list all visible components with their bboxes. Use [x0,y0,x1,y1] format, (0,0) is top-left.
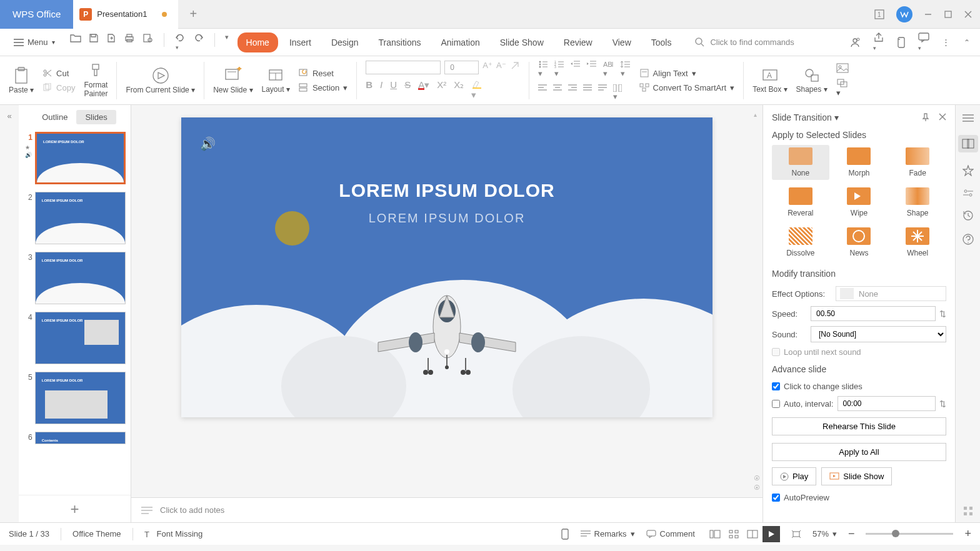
tab-tools[interactable]: Tools [642,32,681,52]
undo-icon[interactable]: ▾ [174,33,186,51]
tab-design[interactable]: Design [322,32,368,52]
zoom-slider[interactable] [866,533,953,535]
device-icon[interactable] [561,529,569,540]
tab-view[interactable]: View [604,32,640,52]
tab-slideshow[interactable]: Slide Show [491,32,552,52]
outline-tab[interactable]: Outline [33,110,76,124]
rail-history-icon[interactable] [962,210,974,221]
prev-slide-icon[interactable]: ⦿ [754,475,760,482]
increase-indent-icon[interactable] [587,60,597,78]
bold-icon[interactable]: B [366,79,372,101]
notes-input[interactable]: Click to add notes [131,497,762,522]
save-icon[interactable] [89,33,99,51]
print-icon[interactable] [124,33,135,51]
transition-dissolve[interactable]: Dissolve [772,225,829,260]
phone-icon[interactable] [897,37,906,48]
normal-view-button[interactable] [706,526,724,542]
slide-thumbnail-1[interactable]: LOREM IPSUM DOLOR [35,132,126,184]
theme-label[interactable]: Office Theme [72,529,121,539]
tab-animation[interactable]: Animation [432,32,488,52]
feedback-icon[interactable]: ▾ [918,32,929,52]
distribute-icon[interactable] [598,84,607,101]
columns-icon[interactable]: ▾ [613,84,622,101]
text-box-button[interactable]: A Text Box ▾ [752,67,787,94]
scroll-up-icon[interactable]: ▴ [754,111,760,118]
superscript-icon[interactable]: X² [437,79,446,101]
play-transition-button[interactable]: Play [772,467,816,485]
menu-button[interactable]: Menu ▾ [8,34,61,51]
grow-font-icon[interactable]: A⁺ [482,61,492,74]
section-button[interactable]: Section ▾ [299,83,348,92]
shrink-font-icon[interactable]: A⁻ [496,61,506,74]
open-icon[interactable] [70,33,81,51]
zoom-in-button[interactable]: + [964,527,971,540]
qat-customize-icon[interactable]: ▾ [225,33,229,51]
subscript-icon[interactable]: X₂ [454,79,464,101]
print-preview-icon[interactable] [142,33,154,51]
new-slide-button[interactable]: ✦ New Slide ▾ [213,67,252,94]
rail-help-icon[interactable] [962,234,974,245]
font-color-icon[interactable]: A▾ [418,79,429,101]
picture-icon[interactable] [836,63,849,73]
slide-thumbnail-5[interactable]: LOREM IPSUM DOLOR [35,372,126,424]
collapse-panel-icon[interactable]: « [0,105,19,522]
transition-pane-title[interactable]: Slide Transition ▾ [772,112,839,122]
slide-counter[interactable]: Slide 1 / 33 [9,529,49,539]
slideshow-button[interactable]: Slide Show [821,467,892,485]
rail-transition-icon[interactable] [958,135,978,152]
speaker-icon[interactable]: 🔊 [200,136,216,151]
close-pane-icon[interactable] [939,113,946,122]
user-icon[interactable] [849,37,861,48]
add-slide-button[interactable]: + [19,495,131,522]
wps-office-tab[interactable]: WPS Office [0,0,73,29]
rail-grid-icon[interactable] [963,506,973,516]
strikethrough-icon[interactable]: S [404,79,411,101]
slideshow-view-button[interactable] [762,526,780,542]
sound-select[interactable]: [No Sound] [811,326,946,342]
collapse-ribbon-icon[interactable]: ⌃ [964,38,970,47]
thumbnails-list[interactable]: 1 ★🔊 LOREM IPSUM DOLOR 2LOREM IPSUM DOLO… [19,129,131,495]
layout-button[interactable]: Layout ▾ [262,67,290,94]
redo-icon[interactable] [193,33,204,51]
pin-icon[interactable] [921,113,930,122]
command-search[interactable]: Click to find commands [695,37,794,47]
rehearse-button[interactable]: Rehearse This Slide [772,417,946,435]
line-spacing-icon[interactable]: ▾ [621,60,631,78]
paste-button[interactable]: Paste ▾ [9,67,34,94]
convert-smartart-button[interactable]: Convert To SmartArt ▾ [639,83,735,92]
transition-fade[interactable]: Fade [889,145,946,180]
next-slide-icon[interactable]: ⦿ [754,484,760,491]
slide-thumbnail-4[interactable]: LOREM IPSUM DOLOR [35,312,126,364]
cut-button[interactable]: Cut [42,69,75,78]
rail-menu-icon[interactable] [962,114,974,122]
rail-settings-icon[interactable] [962,189,974,197]
copy-button[interactable]: Copy [42,83,75,92]
from-current-slide-button[interactable]: From Current Slide ▾ [126,67,195,94]
align-center-icon[interactable] [553,84,562,101]
slide-title-text[interactable]: LOREM IPSUM DOLOR [181,180,712,201]
comment-button[interactable]: Comment [646,529,695,539]
slide-thumbnail-6[interactable]: Contents [35,432,126,444]
tab-insert[interactable]: Insert [281,32,320,52]
transition-wheel[interactable]: Wheel [889,225,946,260]
zoom-level[interactable]: 57% ▾ [812,529,837,539]
minimize-button[interactable] [924,10,932,19]
slide-canvas[interactable]: 🔊 LOREM IPSUM DOLOR LOREM IPSUM DOLOR [181,117,712,417]
remarks-button[interactable]: Remarks ▾ [581,529,635,539]
clear-format-icon[interactable] [510,61,520,74]
slide-thumbnail-3[interactable]: LOREM IPSUM DOLOR [35,252,126,304]
justify-icon[interactable] [583,84,592,101]
numbering-icon[interactable]: 123▾ [554,60,564,78]
font-size-input[interactable] [444,61,479,74]
speed-input[interactable] [811,306,936,321]
italic-icon[interactable]: I [380,79,382,101]
arrange-icon[interactable]: ▾ [836,78,849,97]
maximize-button[interactable] [944,10,952,19]
slide-subtitle-text[interactable]: LOREM IPSUM DOLOR [181,211,712,226]
apply-all-button[interactable]: Apply to All [772,443,946,461]
reset-button[interactable]: Reset [299,69,348,78]
align-text-button[interactable]: Align Text ▾ [639,69,735,78]
wps-logo-icon[interactable] [896,6,912,22]
auto-interval-input[interactable] [838,396,936,411]
transition-none[interactable]: None [772,145,829,180]
